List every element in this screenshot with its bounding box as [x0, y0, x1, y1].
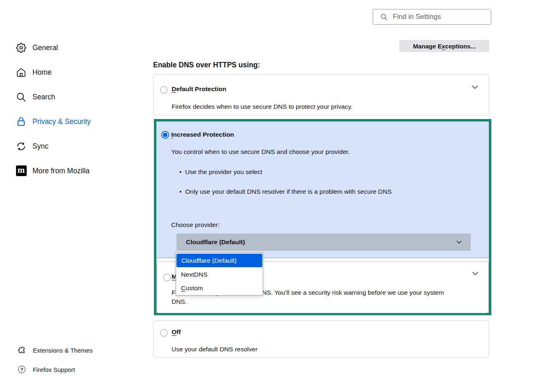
sidebar-item-label: More from Mozilla [32, 167, 89, 175]
radio-max-protection[interactable] [163, 274, 171, 281]
sidebar-item-label: Search [32, 93, 55, 101]
provider-select-value: Cloudflare (Default) [186, 238, 245, 246]
chevron-down-icon [456, 241, 462, 244]
dropdown-item-nextdns[interactable]: NextDNS [176, 268, 263, 281]
search-icon [380, 14, 387, 21]
sidebar-item-more-from-mozilla[interactable]: m More from Mozilla [16, 163, 131, 178]
choose-provider-label: Choose provider: [171, 221, 220, 229]
search-input[interactable] [393, 13, 487, 21]
chevron-down-icon[interactable] [472, 85, 478, 89]
sidebar-item-search[interactable]: Search [16, 89, 131, 104]
sidebar-footer: Extensions & Themes ? Firefox Support [18, 346, 93, 384]
question-icon: ? [18, 365, 26, 374]
sidebar-item-firefox-support[interactable]: ? Firefox Support [18, 365, 93, 374]
chevron-down-icon[interactable] [472, 272, 479, 275]
sidebar-item-extensions-themes[interactable]: Extensions & Themes [18, 346, 93, 355]
increased-protection-bullet-list: Use the provider you select Only use you… [179, 168, 392, 208]
increased-protection-description: You control when to use secure DNS and c… [171, 147, 350, 156]
search-icon [16, 92, 27, 103]
mozilla-logo-icon: m [16, 165, 27, 177]
off-description: Use your default DNS resolver [172, 345, 257, 354]
sidebar-item-general[interactable]: General [16, 40, 131, 55]
sync-icon [16, 141, 27, 152]
radio-default-protection[interactable] [160, 86, 167, 94]
dns-over-https-heading: Enable DNS over HTTPS using: [153, 61, 260, 69]
sidebar-item-home[interactable]: Home [16, 65, 131, 80]
bullet-item: Use the provider you select [179, 168, 392, 176]
sidebar-item-label: Sync [32, 142, 48, 151]
sidebar-item-sync[interactable]: Sync [16, 139, 131, 154]
firefox-settings-page: General Home Search Privacy & Security S… [0, 0, 550, 392]
sidebar-item-label: General [32, 44, 58, 52]
puzzle-icon [18, 346, 26, 354]
provider-dropdown-menu: Cloudflare (Default) NextDNS Custom [176, 252, 263, 296]
radio-increased-protection[interactable] [161, 131, 169, 139]
settings-sidebar: General Home Search Privacy & Security S… [16, 40, 131, 188]
bullet-item: Only use your default DNS resolver if th… [179, 188, 392, 195]
default-protection-label: Default Protection [172, 85, 227, 93]
sidebar-footer-label: Extensions & Themes [33, 347, 93, 354]
manage-exceptions-button[interactable]: Manage Exceptions... [399, 40, 489, 52]
provider-select[interactable]: Cloudflare (Default) [176, 234, 471, 251]
option-default-protection[interactable]: Default Protection Firefox decides when … [153, 74, 489, 115]
radio-off[interactable] [160, 329, 167, 337]
find-in-settings-searchbox[interactable] [373, 9, 491, 25]
gear-icon [16, 42, 27, 53]
option-off[interactable]: Off Use your default DNS resolver [153, 321, 489, 358]
sidebar-item-label: Privacy & Security [32, 117, 91, 126]
home-icon [16, 67, 27, 78]
dropdown-item-custom[interactable]: Custom [176, 281, 263, 295]
sidebar-item-label: Home [32, 68, 52, 77]
sidebar-item-privacy-security[interactable]: Privacy & Security [16, 114, 131, 129]
option-increased-protection[interactable]: Increased Protection You control when to… [156, 121, 489, 258]
dropdown-item-cloudflare[interactable]: Cloudflare (Default) [176, 254, 262, 267]
off-label: Off [172, 328, 181, 336]
sidebar-footer-label: Firefox Support [33, 366, 75, 373]
default-protection-description: Firefox decides when to use secure DNS t… [172, 102, 353, 111]
lock-icon [16, 116, 27, 127]
increased-protection-label: Increased Protection [171, 131, 234, 138]
